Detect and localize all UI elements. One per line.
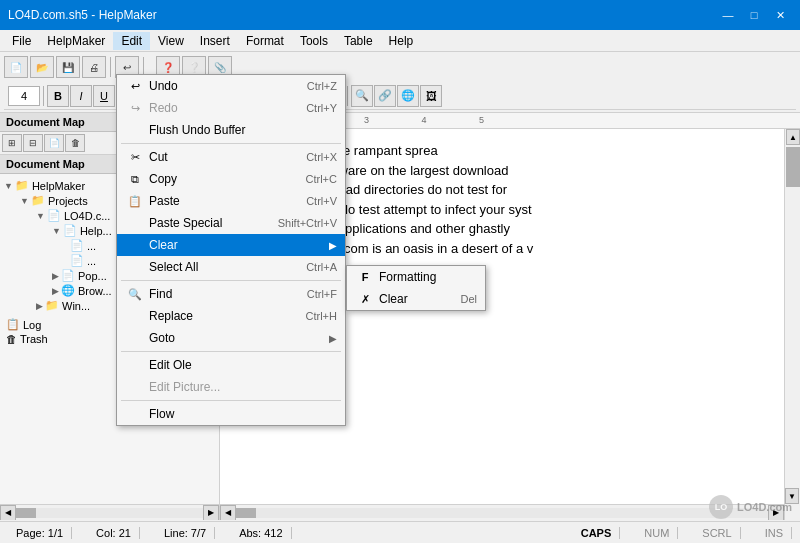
menu-item-clear[interactable]: Clear ▶ xyxy=(117,234,345,256)
menu-item-paste[interactable]: 📋 Paste Ctrl+V xyxy=(117,190,345,212)
find-shortcut: Ctrl+F xyxy=(307,288,337,300)
menu-file[interactable]: File xyxy=(4,32,39,50)
flush-icon xyxy=(125,122,145,138)
clear-del-label: Clear xyxy=(379,292,452,306)
vscroll-up-btn[interactable]: ▲ xyxy=(786,129,800,145)
vscroll-thumb xyxy=(786,147,800,187)
tree-icon-sub2: 📄 xyxy=(70,254,84,267)
paste-special-icon xyxy=(125,215,145,231)
submenu-clear-del[interactable]: ✗ Clear Del xyxy=(347,288,485,310)
menu-item-replace[interactable]: Replace Ctrl+H xyxy=(117,305,345,327)
bold-button[interactable]: B xyxy=(47,85,69,107)
redo-label: Redo xyxy=(149,101,298,115)
title-bar: LO4D.com.sh5 - HelpMaker — □ ✕ xyxy=(0,0,800,30)
underline-button[interactable]: U xyxy=(93,85,115,107)
edit-ole-icon xyxy=(125,357,145,373)
tree-label-lo4d: LO4D.c... xyxy=(64,210,110,222)
tree-label-sub1: ... xyxy=(87,240,96,252)
tree-icon-sub1: 📄 xyxy=(70,239,84,252)
tree-expand-helpmaker: ▼ xyxy=(4,181,13,191)
tree-label-sub2: ... xyxy=(87,255,96,267)
menu-item-cut[interactable]: ✂ Cut Ctrl+X xyxy=(117,146,345,168)
paste-label: Paste xyxy=(149,194,298,208)
new-button[interactable]: 📄 xyxy=(4,56,28,78)
sidebar-btn-1[interactable]: ⊞ xyxy=(2,134,22,152)
tree-expand-help: ▼ xyxy=(52,226,61,236)
redo-shortcut: Ctrl+Y xyxy=(306,102,337,114)
undo-label: Undo xyxy=(149,79,299,93)
content-vscrollbar[interactable]: ▲ ▼ xyxy=(784,129,800,520)
italic-button[interactable]: I xyxy=(70,85,92,107)
tree-icon-projects: 📁 xyxy=(31,194,45,207)
clear-icon xyxy=(125,237,145,253)
sidebar-btn-4[interactable]: 🗑 xyxy=(65,134,85,152)
menu-item-copy[interactable]: ⧉ Copy Ctrl+C xyxy=(117,168,345,190)
menu-item-edit-picture[interactable]: Edit Picture... xyxy=(117,376,345,398)
scroll-right-btn[interactable]: ▶ xyxy=(203,505,219,521)
replace-shortcut: Ctrl+H xyxy=(306,310,337,322)
menu-edit[interactable]: Edit xyxy=(113,32,150,50)
menu-item-edit-ole[interactable]: Edit Ole xyxy=(117,354,345,376)
web-btn[interactable]: 🌐 xyxy=(397,85,419,107)
find-icon: 🔍 xyxy=(125,286,145,302)
paste-special-shortcut: Shift+Ctrl+V xyxy=(278,217,337,229)
save-button[interactable]: 💾 xyxy=(56,56,80,78)
status-num: NUM xyxy=(636,527,678,539)
clear-label: Clear xyxy=(149,238,329,252)
menu-item-goto[interactable]: Goto ▶ xyxy=(117,327,345,349)
menu-view[interactable]: View xyxy=(150,32,192,50)
copy-label: Copy xyxy=(149,172,298,186)
tree-expand-projects: ▼ xyxy=(20,196,29,206)
menu-item-select-all[interactable]: Select All Ctrl+A xyxy=(117,256,345,278)
menu-helpmaker[interactable]: HelpMaker xyxy=(39,32,113,50)
watermark: LO LO4D.com xyxy=(709,495,792,519)
menu-item-paste-special[interactable]: Paste Special Shift+Ctrl+V xyxy=(117,212,345,234)
tree-label-projects: Projects xyxy=(48,195,88,207)
print-button[interactable]: 🖨 xyxy=(82,56,106,78)
clear-del-shortcut: Del xyxy=(460,293,477,305)
tree-icon-brow: 🌐 xyxy=(61,284,75,297)
clear-submenu: F Formatting ✗ Clear Del xyxy=(346,265,486,311)
scroll-left-btn[interactable]: ◀ xyxy=(0,505,16,521)
zoom-btn[interactable]: 🔍 xyxy=(351,85,373,107)
paste-icon: 📋 xyxy=(125,193,145,209)
submenu-formatting[interactable]: F Formatting xyxy=(347,266,485,288)
redo-icon: ↪ xyxy=(125,100,145,116)
tree-label-win: Win... xyxy=(62,300,90,312)
sidebar-btn-2[interactable]: ⊟ xyxy=(23,134,43,152)
status-page: Page: 1/1 xyxy=(8,527,72,539)
content-hscrollbar[interactable]: ◀ ▶ xyxy=(220,504,784,520)
paste-special-label: Paste Special xyxy=(149,216,270,230)
flow-icon xyxy=(125,406,145,422)
select-all-label: Select All xyxy=(149,260,298,274)
menu-item-redo[interactable]: ↪ Redo Ctrl+Y xyxy=(117,97,345,119)
font-size-input[interactable] xyxy=(8,86,40,106)
menu-help[interactable]: Help xyxy=(381,32,422,50)
menu-item-flow[interactable]: Flow xyxy=(117,403,345,425)
close-button[interactable]: ✕ xyxy=(768,5,792,25)
menu-insert[interactable]: Insert xyxy=(192,32,238,50)
menu-table[interactable]: Table xyxy=(336,32,381,50)
minimize-button[interactable]: — xyxy=(716,5,740,25)
formatting-label: Formatting xyxy=(379,270,477,284)
flush-label: Flush Undo Buffer xyxy=(149,123,337,137)
menu-tools[interactable]: Tools xyxy=(292,32,336,50)
goto-arrow: ▶ xyxy=(329,333,337,344)
tree-label-pop: Pop... xyxy=(78,270,107,282)
menu-item-find[interactable]: 🔍 Find Ctrl+F xyxy=(117,283,345,305)
hscroll-left-btn[interactable]: ◀ xyxy=(220,505,236,521)
menu-item-flush[interactable]: Flush Undo Buffer xyxy=(117,119,345,141)
open-button[interactable]: 📂 xyxy=(30,56,54,78)
hscroll-thumb xyxy=(236,508,256,518)
sidebar-hscrollbar[interactable]: ◀ ▶ xyxy=(0,504,219,520)
edit-menu-popup: ↩ Undo Ctrl+Z ↪ Redo Ctrl+Y Flush Undo B… xyxy=(116,74,346,426)
img-btn[interactable]: 🖼 xyxy=(420,85,442,107)
tree-label-brow: Brow... xyxy=(78,285,112,297)
link-btn[interactable]: 🔗 xyxy=(374,85,396,107)
maximize-button[interactable]: □ xyxy=(742,5,766,25)
status-line: Line: 7/7 xyxy=(156,527,215,539)
menu-item-undo[interactable]: ↩ Undo Ctrl+Z xyxy=(117,75,345,97)
sidebar-btn-3[interactable]: 📄 xyxy=(44,134,64,152)
status-bar: Page: 1/1 Col: 21 Line: 7/7 Abs: 412 CAP… xyxy=(0,521,800,543)
menu-format[interactable]: Format xyxy=(238,32,292,50)
